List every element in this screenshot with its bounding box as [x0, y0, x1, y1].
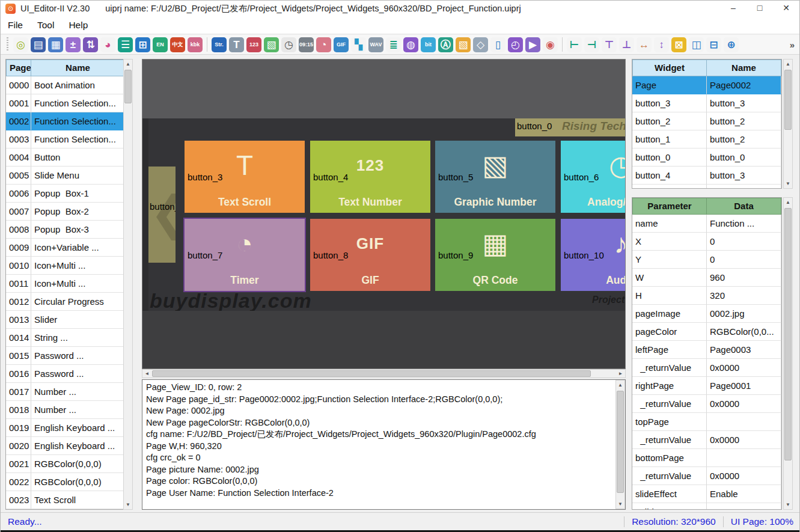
size-fit-icon[interactable]: ⊠ [671, 37, 686, 52]
analog-clock-icon[interactable]: ◷ [281, 37, 296, 52]
parameter-row[interactable]: _returnValue0x0000 [632, 395, 781, 413]
scroll-thumb[interactable] [124, 70, 132, 103]
center-h-icon[interactable]: ◫ [689, 37, 704, 52]
video-icon[interactable]: ▶ [525, 37, 540, 52]
canvas-button-qr-code[interactable]: ▦button_9QR Code [435, 219, 555, 291]
log-scrollbar[interactable]: ▲ ▼ [615, 380, 625, 509]
name-column-header[interactable]: Name [31, 60, 125, 76]
parameter-row[interactable]: nameFunction ... [632, 215, 781, 233]
page-list-row[interactable]: 0013Slider [6, 311, 125, 329]
page-list-scrollbar[interactable]: ▲ ▼ [123, 59, 133, 510]
parameter-row[interactable]: rightPagePage0001 [632, 377, 781, 395]
string-widget-icon[interactable]: Str. [212, 37, 227, 52]
parameter-row[interactable]: bottomPage [632, 449, 781, 467]
scroll-up-icon[interactable]: ▲ [616, 381, 624, 390]
menu-help[interactable]: Help [61, 17, 95, 33]
canvas-button-timer[interactable]: ◔button_7Timer [185, 219, 305, 291]
text-rotate-icon[interactable]: T [229, 37, 244, 52]
touch-select-icon[interactable]: ◎ [13, 37, 28, 52]
page-list-row[interactable]: 0010Icon+Multi ... [6, 257, 125, 275]
log-output[interactable]: Page_View_ID: 0, row: 2New Page page_id_… [142, 379, 626, 510]
number-keypad-icon[interactable]: ⊞ [135, 37, 150, 52]
page-list-row[interactable]: 0022RGBColor(0,0,0) [6, 473, 125, 491]
number-widget-icon[interactable]: 123 [246, 37, 261, 52]
page-list-row[interactable]: 0000Boot Animation [6, 76, 125, 94]
canvas-button-text-scroll[interactable]: Tbutton_3Text Scroll [185, 141, 305, 213]
page-list-row[interactable]: 0020English Keyboard ... [6, 437, 125, 455]
canvas-button-audio[interactable]: ♪button_10Audio [561, 219, 626, 291]
menu-tool[interactable]: Tool [30, 17, 61, 33]
scroll-up-icon[interactable]: ▲ [124, 60, 132, 69]
gif-file-icon[interactable]: GIF [334, 37, 349, 52]
page-list-row[interactable]: 0002Function Selection... [6, 112, 125, 130]
scroll-thumb[interactable] [784, 70, 792, 130]
widget-row[interactable]: button_0button_0 [632, 148, 781, 167]
page-column-header[interactable]: Page [6, 60, 31, 76]
image-add-icon[interactable]: ▧ [456, 37, 471, 52]
page-list-row[interactable]: 0018Number ... [6, 401, 125, 419]
page-list-row[interactable]: 0019English Keyboard ... [6, 419, 125, 437]
bit-file-icon[interactable]: bit [421, 37, 436, 52]
page-list-row[interactable]: 0005Slide Menu [6, 167, 125, 185]
menu-file[interactable]: File [1, 17, 30, 33]
parameter-row[interactable]: topPage [632, 413, 781, 431]
page-list-row[interactable]: 0007Popup Box-2 [6, 203, 125, 221]
scroll-up-icon[interactable]: ▲ [784, 198, 792, 207]
parameter-row[interactable]: W960 [632, 269, 781, 287]
page-list-row[interactable]: 0003Function Selection... [6, 130, 125, 148]
widget-row[interactable]: button_5button_3 [632, 185, 781, 189]
gauge-icon[interactable]: ◴ [508, 37, 523, 52]
wav-file-icon[interactable]: WAV [368, 37, 383, 52]
toolbar-overflow-icon[interactable]: » [790, 40, 795, 50]
keyboard-kbk-icon[interactable]: kbk [188, 37, 203, 52]
parameter-row[interactable]: slideArea T-X25 [632, 503, 781, 510]
graphic-number-icon[interactable]: ▧ [264, 37, 279, 52]
canvas-button-analog-digi[interactable]: ◷button_6Analog/Digi... [561, 141, 626, 213]
pie-chart-icon[interactable]: ◕ [100, 37, 115, 52]
page-list-row[interactable]: 0016Password ... [6, 365, 125, 383]
align-bottom-icon[interactable]: ⊥ [619, 37, 634, 52]
close-button[interactable]: ✕ [773, 1, 799, 16]
parameter-row[interactable]: _returnValue0x0000 [632, 467, 781, 485]
name-column-header[interactable]: Name [707, 60, 781, 76]
page-list-row[interactable]: 0011Icon+Multi ... [6, 275, 125, 293]
canvas-button-graphic-number[interactable]: ▧button_5Graphic Number [435, 141, 555, 213]
digital-clock-icon[interactable]: 09:15 [299, 37, 314, 52]
design-page[interactable]: button_0 Rising Tech... ❮ button_1 buydi… [148, 118, 626, 311]
parameter-row[interactable]: pageColorRGBColor(0,0... [632, 323, 781, 341]
zoom-icon[interactable]: ⊕ [724, 37, 739, 52]
canvas-button-text-number[interactable]: 123button_4Text Number [310, 141, 430, 213]
multi-state-button-icon[interactable]: ⇅ [83, 37, 98, 52]
canvas-h-scrollbar[interactable]: ◄ ► [142, 369, 626, 378]
data-column-header[interactable]: Data [707, 198, 781, 215]
page-list-row[interactable]: 0017Number ... [6, 383, 125, 401]
center-v-icon[interactable]: ⊟ [706, 37, 721, 52]
v-spacing-icon[interactable]: ↕ [654, 37, 669, 52]
slider-widget-icon[interactable]: ☰ [118, 37, 133, 52]
page-editor-icon[interactable]: ▦ [48, 37, 63, 52]
widget-list-scrollbar[interactable]: ▲ ▼ [783, 59, 793, 189]
scroll-down-icon[interactable]: ▼ [784, 500, 792, 509]
align-right-icon[interactable]: ⊣ [584, 37, 599, 52]
curve-image-icon[interactable]: ◇ [473, 37, 488, 52]
scroll-right-icon[interactable]: ► [616, 370, 625, 378]
canvas-button-gif[interactable]: GIFbutton_8GIF [310, 219, 430, 291]
align-left-icon[interactable]: ⊢ [567, 37, 582, 52]
keyboard-cn-icon[interactable]: 中文 [170, 37, 185, 52]
parameter-row[interactable]: H320 [632, 287, 781, 305]
scroll-down-icon[interactable]: ▼ [784, 179, 792, 188]
button-adjust-icon[interactable]: ± [66, 37, 81, 52]
widget-row[interactable]: button_4button_3 [632, 167, 781, 185]
page-list-row[interactable]: 0001Function Selection... [6, 94, 125, 112]
parameter-row[interactable]: _returnValue0x0000 [632, 359, 781, 377]
widget-row[interactable]: button_1button_2 [632, 130, 781, 148]
scroll-up-icon[interactable]: ▲ [784, 60, 792, 69]
parameter-row[interactable]: Y0 [632, 251, 781, 269]
widget-row[interactable]: button_2button_2 [632, 112, 781, 130]
page-list-row[interactable]: 0015Password ... [6, 347, 125, 365]
alarm-clock-icon[interactable]: ◔ [316, 37, 331, 52]
page-list-row[interactable]: 0014String ... [6, 329, 125, 347]
page-list-row[interactable]: 0009Icon+Variable ... [6, 239, 125, 257]
scroll-down-icon[interactable]: ▼ [616, 500, 624, 509]
parameter-scrollbar[interactable]: ▲ ▼ [783, 197, 793, 510]
